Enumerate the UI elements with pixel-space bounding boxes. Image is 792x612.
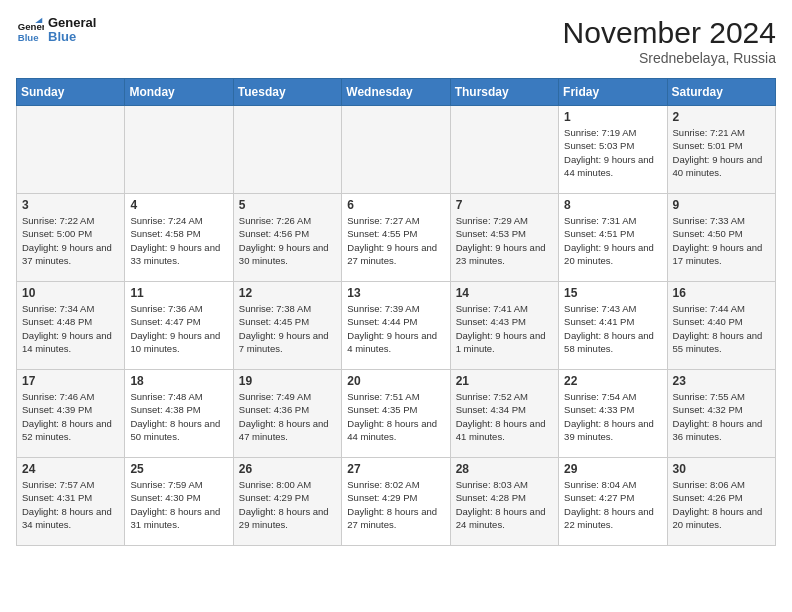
calendar-cell: 20Sunrise: 7:51 AM Sunset: 4:35 PM Dayli… — [342, 370, 450, 458]
day-number: 29 — [564, 462, 661, 476]
title-block: November 2024 Srednebelaya, Russia — [563, 16, 776, 66]
calendar-cell: 7Sunrise: 7:29 AM Sunset: 4:53 PM Daylig… — [450, 194, 558, 282]
logo-blue: Blue — [48, 30, 96, 44]
header-friday: Friday — [559, 79, 667, 106]
calendar-cell: 8Sunrise: 7:31 AM Sunset: 4:51 PM Daylig… — [559, 194, 667, 282]
week-row-1: 3Sunrise: 7:22 AM Sunset: 5:00 PM Daylig… — [17, 194, 776, 282]
day-number: 11 — [130, 286, 227, 300]
calendar-cell: 24Sunrise: 7:57 AM Sunset: 4:31 PM Dayli… — [17, 458, 125, 546]
day-number: 28 — [456, 462, 553, 476]
calendar-cell: 25Sunrise: 7:59 AM Sunset: 4:30 PM Dayli… — [125, 458, 233, 546]
calendar-cell — [233, 106, 341, 194]
day-info: Sunrise: 8:00 AM Sunset: 4:29 PM Dayligh… — [239, 478, 336, 531]
header-thursday: Thursday — [450, 79, 558, 106]
day-number: 18 — [130, 374, 227, 388]
day-number: 27 — [347, 462, 444, 476]
calendar-cell: 17Sunrise: 7:46 AM Sunset: 4:39 PM Dayli… — [17, 370, 125, 458]
week-row-4: 24Sunrise: 7:57 AM Sunset: 4:31 PM Dayli… — [17, 458, 776, 546]
calendar-cell: 3Sunrise: 7:22 AM Sunset: 5:00 PM Daylig… — [17, 194, 125, 282]
header-wednesday: Wednesday — [342, 79, 450, 106]
page-header: General Blue General Blue November 2024 … — [16, 16, 776, 66]
day-number: 3 — [22, 198, 119, 212]
calendar-cell: 12Sunrise: 7:38 AM Sunset: 4:45 PM Dayli… — [233, 282, 341, 370]
calendar-cell — [342, 106, 450, 194]
day-info: Sunrise: 7:49 AM Sunset: 4:36 PM Dayligh… — [239, 390, 336, 443]
day-info: Sunrise: 7:38 AM Sunset: 4:45 PM Dayligh… — [239, 302, 336, 355]
day-number: 17 — [22, 374, 119, 388]
day-info: Sunrise: 7:24 AM Sunset: 4:58 PM Dayligh… — [130, 214, 227, 267]
week-row-0: 1Sunrise: 7:19 AM Sunset: 5:03 PM Daylig… — [17, 106, 776, 194]
calendar-cell: 21Sunrise: 7:52 AM Sunset: 4:34 PM Dayli… — [450, 370, 558, 458]
day-number: 25 — [130, 462, 227, 476]
calendar-body: 1Sunrise: 7:19 AM Sunset: 5:03 PM Daylig… — [17, 106, 776, 546]
calendar-cell: 14Sunrise: 7:41 AM Sunset: 4:43 PM Dayli… — [450, 282, 558, 370]
day-info: Sunrise: 7:22 AM Sunset: 5:00 PM Dayligh… — [22, 214, 119, 267]
day-info: Sunrise: 7:41 AM Sunset: 4:43 PM Dayligh… — [456, 302, 553, 355]
day-number: 14 — [456, 286, 553, 300]
day-number: 2 — [673, 110, 770, 124]
day-info: Sunrise: 8:04 AM Sunset: 4:27 PM Dayligh… — [564, 478, 661, 531]
day-number: 26 — [239, 462, 336, 476]
day-number: 23 — [673, 374, 770, 388]
day-info: Sunrise: 7:46 AM Sunset: 4:39 PM Dayligh… — [22, 390, 119, 443]
day-info: Sunrise: 7:43 AM Sunset: 4:41 PM Dayligh… — [564, 302, 661, 355]
day-info: Sunrise: 7:48 AM Sunset: 4:38 PM Dayligh… — [130, 390, 227, 443]
day-info: Sunrise: 7:55 AM Sunset: 4:32 PM Dayligh… — [673, 390, 770, 443]
day-info: Sunrise: 7:31 AM Sunset: 4:51 PM Dayligh… — [564, 214, 661, 267]
svg-text:Blue: Blue — [18, 32, 39, 43]
day-number: 20 — [347, 374, 444, 388]
calendar-cell: 16Sunrise: 7:44 AM Sunset: 4:40 PM Dayli… — [667, 282, 775, 370]
day-info: Sunrise: 7:33 AM Sunset: 4:50 PM Dayligh… — [673, 214, 770, 267]
day-number: 8 — [564, 198, 661, 212]
calendar-cell: 30Sunrise: 8:06 AM Sunset: 4:26 PM Dayli… — [667, 458, 775, 546]
day-info: Sunrise: 7:57 AM Sunset: 4:31 PM Dayligh… — [22, 478, 119, 531]
day-number: 30 — [673, 462, 770, 476]
day-info: Sunrise: 7:52 AM Sunset: 4:34 PM Dayligh… — [456, 390, 553, 443]
calendar-cell: 5Sunrise: 7:26 AM Sunset: 4:56 PM Daylig… — [233, 194, 341, 282]
day-number: 12 — [239, 286, 336, 300]
day-info: Sunrise: 8:02 AM Sunset: 4:29 PM Dayligh… — [347, 478, 444, 531]
day-info: Sunrise: 7:59 AM Sunset: 4:30 PM Dayligh… — [130, 478, 227, 531]
week-row-2: 10Sunrise: 7:34 AM Sunset: 4:48 PM Dayli… — [17, 282, 776, 370]
day-info: Sunrise: 7:29 AM Sunset: 4:53 PM Dayligh… — [456, 214, 553, 267]
day-number: 7 — [456, 198, 553, 212]
calendar-cell: 11Sunrise: 7:36 AM Sunset: 4:47 PM Dayli… — [125, 282, 233, 370]
day-info: Sunrise: 7:51 AM Sunset: 4:35 PM Dayligh… — [347, 390, 444, 443]
day-info: Sunrise: 7:54 AM Sunset: 4:33 PM Dayligh… — [564, 390, 661, 443]
calendar-cell: 9Sunrise: 7:33 AM Sunset: 4:50 PM Daylig… — [667, 194, 775, 282]
day-number: 19 — [239, 374, 336, 388]
calendar-cell: 18Sunrise: 7:48 AM Sunset: 4:38 PM Dayli… — [125, 370, 233, 458]
day-number: 4 — [130, 198, 227, 212]
day-number: 24 — [22, 462, 119, 476]
header-sunday: Sunday — [17, 79, 125, 106]
calendar-cell: 28Sunrise: 8:03 AM Sunset: 4:28 PM Dayli… — [450, 458, 558, 546]
day-number: 15 — [564, 286, 661, 300]
calendar-cell: 19Sunrise: 7:49 AM Sunset: 4:36 PM Dayli… — [233, 370, 341, 458]
calendar-table: SundayMondayTuesdayWednesdayThursdayFrid… — [16, 78, 776, 546]
calendar-cell: 10Sunrise: 7:34 AM Sunset: 4:48 PM Dayli… — [17, 282, 125, 370]
week-row-3: 17Sunrise: 7:46 AM Sunset: 4:39 PM Dayli… — [17, 370, 776, 458]
day-number: 9 — [673, 198, 770, 212]
header-row: SundayMondayTuesdayWednesdayThursdayFrid… — [17, 79, 776, 106]
month-title: November 2024 — [563, 16, 776, 50]
calendar-cell — [125, 106, 233, 194]
day-number: 16 — [673, 286, 770, 300]
calendar-header: SundayMondayTuesdayWednesdayThursdayFrid… — [17, 79, 776, 106]
header-saturday: Saturday — [667, 79, 775, 106]
calendar-cell: 29Sunrise: 8:04 AM Sunset: 4:27 PM Dayli… — [559, 458, 667, 546]
calendar-cell: 22Sunrise: 7:54 AM Sunset: 4:33 PM Dayli… — [559, 370, 667, 458]
day-number: 13 — [347, 286, 444, 300]
calendar-cell: 26Sunrise: 8:00 AM Sunset: 4:29 PM Dayli… — [233, 458, 341, 546]
calendar-cell — [17, 106, 125, 194]
day-info: Sunrise: 7:34 AM Sunset: 4:48 PM Dayligh… — [22, 302, 119, 355]
day-number: 5 — [239, 198, 336, 212]
calendar-cell — [450, 106, 558, 194]
day-info: Sunrise: 7:27 AM Sunset: 4:55 PM Dayligh… — [347, 214, 444, 267]
logo-icon: General Blue — [16, 16, 44, 44]
header-tuesday: Tuesday — [233, 79, 341, 106]
day-number: 10 — [22, 286, 119, 300]
day-info: Sunrise: 8:03 AM Sunset: 4:28 PM Dayligh… — [456, 478, 553, 531]
day-info: Sunrise: 7:36 AM Sunset: 4:47 PM Dayligh… — [130, 302, 227, 355]
calendar-cell: 15Sunrise: 7:43 AM Sunset: 4:41 PM Dayli… — [559, 282, 667, 370]
day-info: Sunrise: 7:26 AM Sunset: 4:56 PM Dayligh… — [239, 214, 336, 267]
